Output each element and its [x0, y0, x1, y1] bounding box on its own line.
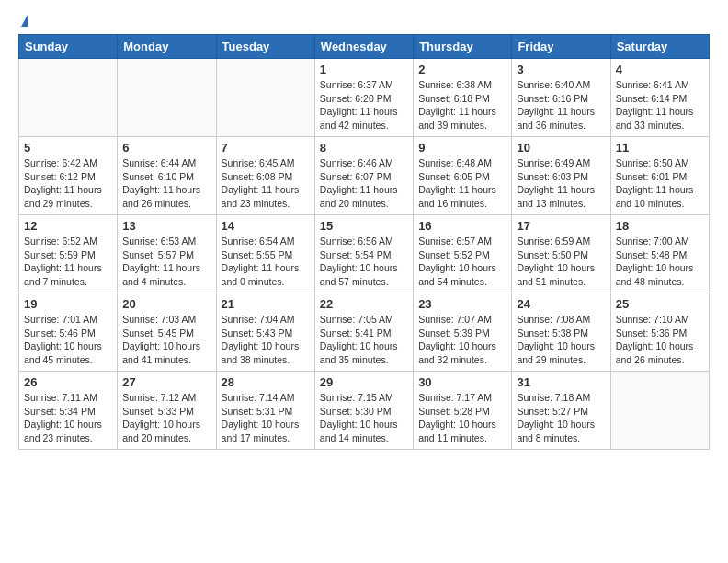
day-number: 26 — [24, 375, 112, 389]
day-info: Sunrise: 7:18 AM Sunset: 5:27 PM Dayligh… — [517, 391, 605, 445]
day-number: 1 — [320, 63, 408, 76]
day-info: Sunrise: 6:44 AM Sunset: 6:10 PM Dayligh… — [122, 156, 210, 211]
day-number: 7 — [222, 141, 310, 155]
day-info: Sunrise: 7:01 AM Sunset: 5:46 PM Dayligh… — [24, 313, 112, 367]
day-number: 11 — [616, 141, 704, 155]
calendar-cell: 16Sunrise: 6:57 AM Sunset: 5:52 PM Dayli… — [414, 215, 512, 293]
calendar-cell: 27Sunrise: 7:12 AM Sunset: 5:33 PM Dayli… — [118, 372, 216, 450]
weekday-header-thursday: Thursday — [414, 35, 512, 59]
day-info: Sunrise: 6:50 AM Sunset: 6:01 PM Dayligh… — [616, 156, 704, 211]
calendar-cell — [610, 372, 709, 450]
day-number: 23 — [418, 297, 506, 311]
calendar-cell: 15Sunrise: 6:56 AM Sunset: 5:54 PM Dayli… — [314, 215, 413, 293]
calendar-container: SundayMondayTuesdayWednesdayThursdayFrid… — [0, 0, 728, 465]
day-number: 4 — [616, 63, 704, 76]
calendar-cell: 24Sunrise: 7:08 AM Sunset: 5:38 PM Dayli… — [512, 293, 610, 372]
weekday-header-saturday: Saturday — [610, 35, 709, 59]
weekday-header-sunday: Sunday — [19, 35, 118, 59]
calendar-cell: 25Sunrise: 7:10 AM Sunset: 5:36 PM Dayli… — [610, 293, 709, 372]
calendar-cell: 6Sunrise: 6:44 AM Sunset: 6:10 PM Daylig… — [118, 137, 216, 215]
day-info: Sunrise: 6:52 AM Sunset: 5:59 PM Dayligh… — [24, 235, 112, 289]
day-info: Sunrise: 6:53 AM Sunset: 5:57 PM Dayligh… — [122, 235, 210, 289]
calendar-cell: 14Sunrise: 6:54 AM Sunset: 5:55 PM Dayli… — [216, 215, 314, 293]
day-info: Sunrise: 7:05 AM Sunset: 5:41 PM Dayligh… — [320, 313, 408, 367]
calendar-cell — [216, 59, 314, 137]
day-number: 19 — [24, 297, 112, 311]
day-number: 13 — [122, 219, 210, 233]
calendar-cell: 28Sunrise: 7:14 AM Sunset: 5:31 PM Dayli… — [216, 372, 314, 450]
day-info: Sunrise: 6:42 AM Sunset: 6:12 PM Dayligh… — [24, 156, 112, 211]
calendar-cell: 2Sunrise: 6:38 AM Sunset: 6:18 PM Daylig… — [414, 59, 512, 137]
day-number: 24 — [517, 297, 605, 311]
day-number: 6 — [122, 141, 210, 155]
day-number: 5 — [24, 141, 112, 155]
day-number: 17 — [517, 219, 605, 233]
day-info: Sunrise: 6:45 AM Sunset: 6:08 PM Dayligh… — [222, 156, 310, 211]
calendar-cell: 19Sunrise: 7:01 AM Sunset: 5:46 PM Dayli… — [19, 293, 118, 372]
day-number: 28 — [222, 375, 310, 389]
day-number: 31 — [517, 375, 605, 389]
day-info: Sunrise: 6:40 AM Sunset: 6:16 PM Dayligh… — [517, 78, 605, 132]
calendar-cell: 5Sunrise: 6:42 AM Sunset: 6:12 PM Daylig… — [19, 137, 118, 215]
calendar-cell: 22Sunrise: 7:05 AM Sunset: 5:41 PM Dayli… — [314, 293, 413, 372]
day-number: 10 — [517, 141, 605, 155]
day-info: Sunrise: 6:38 AM Sunset: 6:18 PM Dayligh… — [418, 78, 506, 132]
week-row-5: 26Sunrise: 7:11 AM Sunset: 5:34 PM Dayli… — [19, 372, 710, 450]
logo — [18, 15, 28, 27]
day-number: 21 — [222, 297, 310, 311]
day-info: Sunrise: 7:17 AM Sunset: 5:28 PM Dayligh… — [418, 391, 506, 445]
day-number: 27 — [122, 375, 210, 389]
week-row-4: 19Sunrise: 7:01 AM Sunset: 5:46 PM Dayli… — [19, 293, 710, 372]
day-info: Sunrise: 6:54 AM Sunset: 5:55 PM Dayligh… — [222, 235, 310, 289]
week-row-1: 1Sunrise: 6:37 AM Sunset: 6:20 PM Daylig… — [19, 59, 710, 137]
day-info: Sunrise: 7:11 AM Sunset: 5:34 PM Dayligh… — [24, 391, 112, 445]
logo-triangle-icon — [21, 15, 28, 27]
day-info: Sunrise: 6:57 AM Sunset: 5:52 PM Dayligh… — [418, 235, 506, 289]
calendar-cell: 26Sunrise: 7:11 AM Sunset: 5:34 PM Dayli… — [19, 372, 118, 450]
calendar-cell: 12Sunrise: 6:52 AM Sunset: 5:59 PM Dayli… — [19, 215, 118, 293]
day-info: Sunrise: 7:14 AM Sunset: 5:31 PM Dayligh… — [222, 391, 310, 445]
calendar-cell: 30Sunrise: 7:17 AM Sunset: 5:28 PM Dayli… — [414, 372, 512, 450]
weekday-header-tuesday: Tuesday — [216, 35, 314, 59]
calendar-cell: 9Sunrise: 6:48 AM Sunset: 6:05 PM Daylig… — [414, 137, 512, 215]
day-number: 3 — [517, 63, 605, 76]
logo-general — [18, 15, 28, 27]
day-number: 15 — [320, 219, 408, 233]
calendar-cell: 13Sunrise: 6:53 AM Sunset: 5:57 PM Dayli… — [118, 215, 216, 293]
calendar-cell: 11Sunrise: 6:50 AM Sunset: 6:01 PM Dayli… — [610, 137, 709, 215]
calendar-cell: 1Sunrise: 6:37 AM Sunset: 6:20 PM Daylig… — [314, 59, 413, 137]
day-info: Sunrise: 6:37 AM Sunset: 6:20 PM Dayligh… — [320, 78, 408, 132]
calendar-cell: 8Sunrise: 6:46 AM Sunset: 6:07 PM Daylig… — [314, 137, 413, 215]
day-number: 14 — [222, 219, 310, 233]
day-info: Sunrise: 7:04 AM Sunset: 5:43 PM Dayligh… — [222, 313, 310, 367]
day-number: 18 — [616, 219, 704, 233]
weekday-header-monday: Monday — [118, 35, 216, 59]
day-number: 2 — [418, 63, 506, 76]
day-info: Sunrise: 6:56 AM Sunset: 5:54 PM Dayligh… — [320, 235, 408, 289]
day-info: Sunrise: 6:48 AM Sunset: 6:05 PM Dayligh… — [418, 156, 506, 211]
weekday-header-friday: Friday — [512, 35, 610, 59]
calendar-cell: 23Sunrise: 7:07 AM Sunset: 5:39 PM Dayli… — [414, 293, 512, 372]
calendar-cell — [19, 59, 118, 137]
calendar-cell: 17Sunrise: 6:59 AM Sunset: 5:50 PM Dayli… — [512, 215, 610, 293]
day-number: 22 — [320, 297, 408, 311]
day-info: Sunrise: 6:59 AM Sunset: 5:50 PM Dayligh… — [517, 235, 605, 289]
day-number: 20 — [122, 297, 210, 311]
day-info: Sunrise: 7:15 AM Sunset: 5:30 PM Dayligh… — [320, 391, 408, 445]
day-number: 8 — [320, 141, 408, 155]
calendar-cell: 20Sunrise: 7:03 AM Sunset: 5:45 PM Dayli… — [118, 293, 216, 372]
header — [18, 15, 710, 27]
day-number: 9 — [418, 141, 506, 155]
day-info: Sunrise: 7:00 AM Sunset: 5:48 PM Dayligh… — [616, 235, 704, 289]
day-number: 16 — [418, 219, 506, 233]
day-info: Sunrise: 7:10 AM Sunset: 5:36 PM Dayligh… — [616, 313, 704, 367]
day-info: Sunrise: 6:46 AM Sunset: 6:07 PM Dayligh… — [320, 156, 408, 211]
day-number: 29 — [320, 375, 408, 389]
calendar-cell: 10Sunrise: 6:49 AM Sunset: 6:03 PM Dayli… — [512, 137, 610, 215]
calendar-cell: 29Sunrise: 7:15 AM Sunset: 5:30 PM Dayli… — [314, 372, 413, 450]
week-row-2: 5Sunrise: 6:42 AM Sunset: 6:12 PM Daylig… — [19, 137, 710, 215]
day-info: Sunrise: 7:12 AM Sunset: 5:33 PM Dayligh… — [122, 391, 210, 445]
calendar-cell: 31Sunrise: 7:18 AM Sunset: 5:27 PM Dayli… — [512, 372, 610, 450]
day-number: 30 — [418, 375, 506, 389]
day-info: Sunrise: 6:41 AM Sunset: 6:14 PM Dayligh… — [616, 78, 704, 132]
